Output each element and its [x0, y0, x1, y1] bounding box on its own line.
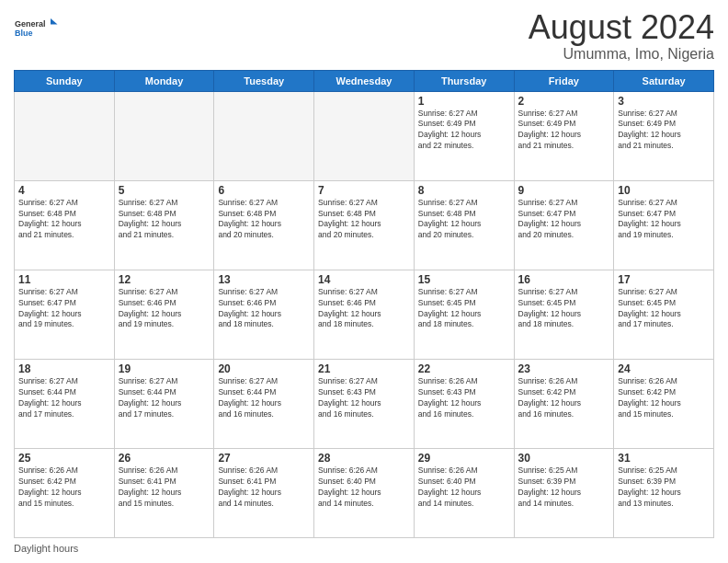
day-number: 26: [119, 452, 210, 465]
day-cell-4-0: 25Sunrise: 6:26 AM Sunset: 6:42 PM Dayli…: [15, 448, 115, 537]
day-cell-1-4: 8Sunrise: 6:27 AM Sunset: 6:48 PM Daylig…: [414, 180, 514, 270]
day-cell-4-4: 29Sunrise: 6:26 AM Sunset: 6:40 PM Dayli…: [414, 448, 514, 537]
day-cell-1-0: 4Sunrise: 6:27 AM Sunset: 6:48 PM Daylig…: [15, 180, 115, 270]
day-number: 7: [318, 184, 410, 197]
calendar-table: SundayMondayTuesdayWednesdayThursdayFrid…: [14, 70, 714, 538]
day-info: Sunrise: 6:25 AM Sunset: 6:39 PM Dayligh…: [518, 465, 610, 510]
month-year-title: August 2024: [529, 9, 714, 46]
header-saturday: Saturday: [614, 70, 714, 91]
day-info: Sunrise: 6:26 AM Sunset: 6:42 PM Dayligh…: [18, 465, 110, 510]
svg-text:Blue: Blue: [15, 29, 33, 38]
day-number: 24: [618, 362, 710, 375]
day-cell-3-6: 24Sunrise: 6:26 AM Sunset: 6:42 PM Dayli…: [614, 359, 714, 448]
week-row-4: 18Sunrise: 6:27 AM Sunset: 6:44 PM Dayli…: [15, 359, 714, 448]
day-cell-4-3: 28Sunrise: 6:26 AM Sunset: 6:40 PM Dayli…: [314, 448, 415, 537]
title-block: August 2024 Umumma, Imo, Nigeria: [529, 9, 714, 63]
day-number: 12: [119, 273, 210, 286]
day-number: 27: [218, 452, 310, 465]
day-number: 25: [18, 452, 110, 465]
day-info: Sunrise: 6:26 AM Sunset: 6:41 PM Dayligh…: [119, 465, 210, 510]
day-number: 22: [418, 362, 510, 375]
day-number: 3: [618, 95, 710, 108]
day-cell-0-3: [314, 91, 415, 180]
day-info: Sunrise: 6:27 AM Sunset: 6:44 PM Dayligh…: [119, 376, 210, 420]
logo-svg: General Blue: [14, 9, 60, 46]
day-cell-2-4: 15Sunrise: 6:27 AM Sunset: 6:45 PM Dayli…: [414, 270, 514, 359]
day-cell-3-3: 21Sunrise: 6:27 AM Sunset: 6:43 PM Dayli…: [314, 359, 415, 448]
day-info: Sunrise: 6:27 AM Sunset: 6:48 PM Dayligh…: [18, 198, 110, 242]
day-cell-2-0: 11Sunrise: 6:27 AM Sunset: 6:47 PM Dayli…: [15, 270, 115, 359]
week-row-2: 4Sunrise: 6:27 AM Sunset: 6:48 PM Daylig…: [15, 180, 714, 270]
day-info: Sunrise: 6:27 AM Sunset: 6:46 PM Dayligh…: [119, 287, 210, 331]
day-number: 4: [18, 184, 110, 197]
header-tuesday: Tuesday: [214, 70, 314, 91]
day-number: 5: [119, 184, 210, 197]
day-cell-1-1: 5Sunrise: 6:27 AM Sunset: 6:48 PM Daylig…: [114, 180, 214, 270]
day-number: 28: [318, 452, 410, 465]
day-number: 10: [618, 184, 710, 197]
day-info: Sunrise: 6:27 AM Sunset: 6:45 PM Dayligh…: [518, 287, 610, 331]
day-number: 14: [318, 273, 410, 286]
header-sunday: Sunday: [15, 70, 115, 91]
day-cell-3-4: 22Sunrise: 6:26 AM Sunset: 6:43 PM Dayli…: [414, 359, 514, 448]
day-info: Sunrise: 6:26 AM Sunset: 6:41 PM Dayligh…: [218, 465, 310, 510]
location-title: Umumma, Imo, Nigeria: [529, 46, 714, 63]
day-number: 17: [618, 273, 710, 286]
day-number: 23: [518, 362, 610, 375]
day-number: 31: [618, 452, 710, 465]
day-info: Sunrise: 6:27 AM Sunset: 6:48 PM Dayligh…: [418, 198, 510, 242]
day-number: 30: [518, 452, 610, 465]
day-info: Sunrise: 6:25 AM Sunset: 6:39 PM Dayligh…: [618, 465, 710, 510]
day-number: 18: [18, 362, 110, 375]
day-number: 9: [518, 184, 610, 197]
day-number: 19: [119, 362, 210, 375]
footer: Daylight hours: [14, 543, 714, 554]
day-info: Sunrise: 6:27 AM Sunset: 6:45 PM Dayligh…: [618, 287, 710, 331]
week-row-1: 1Sunrise: 6:27 AM Sunset: 6:49 PM Daylig…: [15, 91, 714, 180]
day-number: 15: [418, 273, 510, 286]
day-info: Sunrise: 6:27 AM Sunset: 6:46 PM Dayligh…: [218, 287, 310, 331]
daylight-label: Daylight hours: [14, 543, 78, 554]
header-wednesday: Wednesday: [314, 70, 415, 91]
day-cell-4-2: 27Sunrise: 6:26 AM Sunset: 6:41 PM Dayli…: [214, 448, 314, 537]
day-info: Sunrise: 6:27 AM Sunset: 6:49 PM Dayligh…: [518, 109, 610, 153]
day-cell-3-1: 19Sunrise: 6:27 AM Sunset: 6:44 PM Dayli…: [114, 359, 214, 448]
day-cell-4-1: 26Sunrise: 6:26 AM Sunset: 6:41 PM Dayli…: [114, 448, 214, 537]
day-info: Sunrise: 6:26 AM Sunset: 6:40 PM Dayligh…: [418, 465, 510, 510]
day-cell-1-5: 9Sunrise: 6:27 AM Sunset: 6:47 PM Daylig…: [514, 180, 614, 270]
day-cell-0-5: 2Sunrise: 6:27 AM Sunset: 6:49 PM Daylig…: [514, 91, 614, 180]
day-cell-2-5: 16Sunrise: 6:27 AM Sunset: 6:45 PM Dayli…: [514, 270, 614, 359]
day-cell-1-6: 10Sunrise: 6:27 AM Sunset: 6:47 PM Dayli…: [614, 180, 714, 270]
day-info: Sunrise: 6:27 AM Sunset: 6:46 PM Dayligh…: [318, 287, 410, 331]
day-number: 20: [218, 362, 310, 375]
day-info: Sunrise: 6:26 AM Sunset: 6:42 PM Dayligh…: [518, 376, 610, 420]
day-cell-3-0: 18Sunrise: 6:27 AM Sunset: 6:44 PM Dayli…: [15, 359, 115, 448]
svg-text:General: General: [15, 19, 46, 29]
day-info: Sunrise: 6:27 AM Sunset: 6:47 PM Dayligh…: [518, 198, 610, 242]
header-friday: Friday: [514, 70, 614, 91]
calendar-page: General Blue August 2024 Umumma, Imo, Ni…: [0, 0, 728, 563]
day-number: 6: [218, 184, 310, 197]
day-cell-0-2: [214, 91, 314, 180]
day-number: 2: [518, 95, 610, 108]
day-cell-2-6: 17Sunrise: 6:27 AM Sunset: 6:45 PM Dayli…: [614, 270, 714, 359]
day-cell-3-5: 23Sunrise: 6:26 AM Sunset: 6:42 PM Dayli…: [514, 359, 614, 448]
week-row-5: 25Sunrise: 6:26 AM Sunset: 6:42 PM Dayli…: [15, 448, 714, 537]
header-monday: Monday: [114, 70, 214, 91]
day-cell-3-2: 20Sunrise: 6:27 AM Sunset: 6:44 PM Dayli…: [214, 359, 314, 448]
day-info: Sunrise: 6:26 AM Sunset: 6:40 PM Dayligh…: [318, 465, 410, 510]
week-row-3: 11Sunrise: 6:27 AM Sunset: 6:47 PM Dayli…: [15, 270, 714, 359]
logo: General Blue: [14, 9, 60, 46]
day-info: Sunrise: 6:27 AM Sunset: 6:47 PM Dayligh…: [618, 198, 710, 242]
day-cell-0-6: 3Sunrise: 6:27 AM Sunset: 6:49 PM Daylig…: [614, 91, 714, 180]
header: General Blue August 2024 Umumma, Imo, Ni…: [14, 9, 714, 63]
header-thursday: Thursday: [414, 70, 514, 91]
day-number: 1: [418, 95, 510, 108]
day-number: 29: [418, 452, 510, 465]
day-info: Sunrise: 6:27 AM Sunset: 6:48 PM Dayligh…: [119, 198, 210, 242]
day-info: Sunrise: 6:26 AM Sunset: 6:43 PM Dayligh…: [418, 376, 510, 420]
day-info: Sunrise: 6:27 AM Sunset: 6:44 PM Dayligh…: [18, 376, 110, 420]
day-cell-0-0: [15, 91, 115, 180]
header-row: SundayMondayTuesdayWednesdayThursdayFrid…: [15, 70, 714, 91]
day-cell-4-6: 31Sunrise: 6:25 AM Sunset: 6:39 PM Dayli…: [614, 448, 714, 537]
